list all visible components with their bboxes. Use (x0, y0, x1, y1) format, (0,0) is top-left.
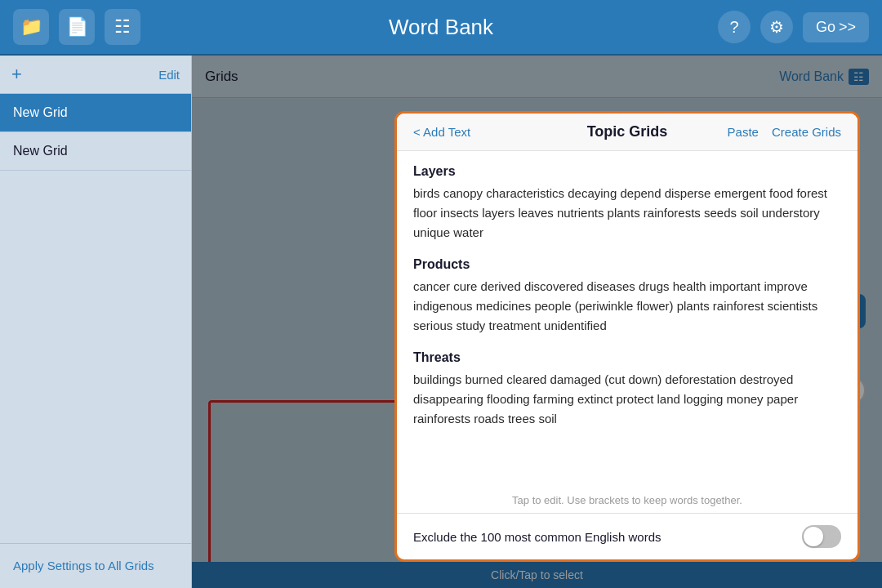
exclude-label: Exclude the 100 most common English word… (413, 530, 661, 544)
topic-heading-threats: Threats (413, 350, 841, 365)
main-layout: + Edit New Grid New Grid Apply Settings … (0, 56, 882, 588)
settings-icon[interactable]: ⚙ (760, 11, 793, 43)
back-button[interactable]: < Add Text (413, 125, 470, 139)
topic-grids-modal: < Add Text Topic Grids Paste Create Grid… (394, 111, 860, 562)
modal-footer: Exclude the 100 most common English word… (397, 513, 858, 559)
modal-header: < Add Text Topic Grids Paste Create Grid… (397, 114, 858, 151)
toggle-knob (804, 527, 823, 546)
topic-section-threats: Threats buildings burned cleared damaged… (413, 350, 841, 429)
folder-icon[interactable]: 📁 (13, 9, 49, 45)
sidebar: + Edit New Grid New Grid Apply Settings … (0, 56, 192, 588)
header-left-icons: 📁 📄 ☷ (13, 9, 140, 45)
content-area: Grids Word Bank ☷ 1st Cell Across Top Au… (192, 56, 882, 588)
add-grid-button[interactable]: + (11, 64, 22, 85)
edit-button[interactable]: Edit (158, 68, 180, 82)
modal-title: Topic Grids (587, 123, 668, 140)
sidebar-bottom: Apply Settings to All Grids (0, 543, 191, 588)
topic-section-products: Products cancer cure derived discovered … (413, 257, 841, 336)
create-grids-button[interactable]: Create Grids (772, 125, 841, 139)
go-button[interactable]: Go >> (803, 12, 869, 42)
apply-settings-button[interactable]: Apply Settings to All Grids (13, 559, 154, 572)
grid-icon[interactable]: ☷ (105, 9, 140, 45)
header-right-controls: ? ⚙ Go >> (718, 11, 869, 43)
paste-button[interactable]: Paste (728, 125, 759, 139)
sidebar-top: + Edit (0, 56, 191, 94)
topic-heading-products: Products (413, 257, 841, 272)
sidebar-item-new-grid-2[interactable]: New Grid (0, 132, 191, 171)
document-icon[interactable]: 📄 (59, 9, 95, 45)
topic-section-layers: Layers birds canopy characteristics deca… (413, 164, 841, 243)
exclude-toggle[interactable] (802, 525, 841, 548)
modal-hint: Tap to edit. Use brackets to keep words … (397, 488, 858, 513)
go-arrow-icon: >> (839, 19, 856, 36)
topic-heading-layers: Layers (413, 164, 841, 179)
modal-content: Layers birds canopy characteristics deca… (397, 151, 858, 488)
header: 📁 📄 ☷ Word Bank ? ⚙ Go >> (0, 0, 882, 56)
modal-header-actions: Paste Create Grids (728, 125, 841, 139)
help-icon[interactable]: ? (718, 11, 751, 43)
sidebar-item-new-grid-1[interactable]: New Grid (0, 94, 191, 132)
topic-words-threats[interactable]: buildings burned cleared damaged (cut do… (413, 370, 841, 429)
app-title: Word Bank (389, 15, 493, 40)
topic-words-layers[interactable]: birds canopy characteristics decaying de… (413, 184, 841, 243)
topic-words-products[interactable]: cancer cure derived discovered diseases … (413, 277, 841, 336)
